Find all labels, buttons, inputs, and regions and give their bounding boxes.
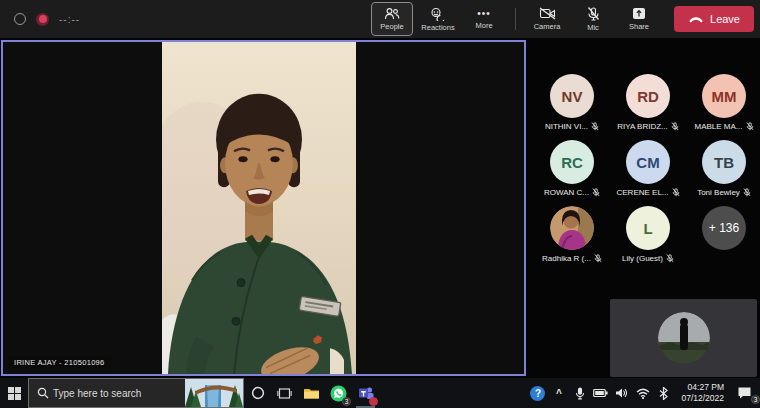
wifi-icon <box>636 388 650 399</box>
toolbar-divider <box>515 8 516 30</box>
speaker-video-image <box>162 42 356 374</box>
speaker-icon <box>615 387 628 399</box>
leave-label: Leave <box>710 13 740 25</box>
system-tray: ? ^ 04:27 PM 07/12/2022 3 <box>528 378 760 408</box>
action-center-button[interactable]: 3 <box>732 378 756 408</box>
camera-button[interactable]: Camera <box>526 2 568 36</box>
cortana-button[interactable] <box>244 378 271 408</box>
mic-button[interactable]: Mic <box>572 2 614 36</box>
more-icon: ••• <box>477 9 491 19</box>
bluetooth-icon <box>659 387 668 400</box>
search-input[interactable] <box>53 388 181 399</box>
network-button[interactable] <box>633 378 652 408</box>
muted-mic-icon <box>743 188 751 197</box>
participant-name: Toni Bewley <box>697 188 740 197</box>
participant-tile[interactable]: TB Toni Bewley <box>686 132 760 198</box>
bluetooth-button[interactable] <box>654 378 673 408</box>
self-avatar-photo <box>658 312 710 364</box>
avatar-initials: L <box>643 220 652 237</box>
notification-icon <box>737 386 752 400</box>
help-button[interactable]: ? <box>528 378 547 408</box>
participant-name: CERENE EL... <box>616 188 668 197</box>
overflow-count-avatar: + 136 <box>702 206 746 250</box>
more-button[interactable]: ••• More <box>463 2 505 36</box>
tray-mic-button[interactable] <box>570 378 589 408</box>
tray-date: 07/12/2022 <box>681 393 724 404</box>
windows-logo-icon <box>8 387 21 400</box>
taskbar-search[interactable] <box>28 378 244 408</box>
speaker-video <box>162 42 356 374</box>
avatar-initials: MM <box>712 88 737 105</box>
avatar: CM <box>626 140 670 184</box>
meeting-topbar: --:-- People Reactions ••• More Camera <box>0 0 760 38</box>
hangup-icon <box>688 13 704 25</box>
file-explorer-button[interactable] <box>298 378 325 408</box>
more-label: More <box>475 21 492 30</box>
avatar: RD <box>626 74 670 118</box>
avatar: NV <box>550 74 594 118</box>
participant-tile[interactable]: L Lily (Guest) <box>610 198 686 264</box>
main-speaker-tile[interactable]: IRINE AJAY - 210501096 <box>1 40 526 376</box>
folder-icon <box>303 386 320 400</box>
avatar: L <box>626 206 670 250</box>
battery-button[interactable] <box>591 378 610 408</box>
participant-tile[interactable]: Radhika R (... <box>534 198 610 264</box>
chevron-up-icon: ^ <box>556 388 562 399</box>
muted-mic-icon <box>594 254 602 263</box>
muted-mic-icon <box>746 122 754 131</box>
muted-mic-icon <box>672 188 680 197</box>
reactions-icon <box>430 7 446 21</box>
task-view-button[interactable] <box>271 378 298 408</box>
camera-off-icon <box>539 7 556 20</box>
muted-mic-icon <box>666 254 674 263</box>
reactions-button[interactable]: Reactions <box>417 2 459 36</box>
speaker-name-label: IRINE AJAY - 210501096 <box>8 356 111 369</box>
self-view-tile[interactable] <box>610 299 757 377</box>
muted-mic-icon <box>592 188 600 197</box>
windows-taskbar: 3 ? ^ 04:27 PM 07/12/2022 <box>0 378 760 408</box>
participants-grid: NV NITHIN VI... RD RIYA BRIDZ... MM MABL… <box>534 66 760 264</box>
meeting-status: --:-- <box>0 13 80 26</box>
task-view-icon <box>277 387 292 400</box>
participant-tile[interactable]: MM MABLE MA... <box>686 66 760 132</box>
reactions-label: Reactions <box>421 23 454 32</box>
notification-badge: 3 <box>751 395 760 404</box>
participant-tile[interactable]: CM CERENE EL... <box>610 132 686 198</box>
recording-icon <box>36 13 49 26</box>
participant-tile[interactable]: RD RIYA BRIDZ... <box>610 66 686 132</box>
camera-label: Camera <box>534 22 561 31</box>
leave-button[interactable]: Leave <box>674 6 754 32</box>
cortana-icon <box>251 386 265 400</box>
mic-label: Mic <box>587 23 599 32</box>
search-highlight-image[interactable] <box>185 379 243 407</box>
search-icon <box>37 387 49 399</box>
meeting-toolbar: People Reactions ••• More Camera Mic <box>371 2 760 36</box>
whatsapp-button[interactable]: 3 <box>325 378 352 408</box>
meeting-stage: IRINE AJAY - 210501096 NV NITHIN VI... R… <box>0 38 760 378</box>
hidden-icons-button[interactable]: ^ <box>549 378 568 408</box>
avatar-initials: RC <box>561 154 583 171</box>
share-button[interactable]: Share <box>618 2 660 36</box>
clock[interactable]: 04:27 PM 07/12/2022 <box>675 382 730 404</box>
teams-badge <box>369 397 378 406</box>
participant-name: NITHIN VI... <box>545 122 588 131</box>
avatar-initials: TB <box>714 154 734 171</box>
avatar-initials: RD <box>637 88 659 105</box>
avatar: TB <box>702 140 746 184</box>
meeting-timer: --:-- <box>59 14 80 25</box>
avatar-photo <box>550 206 594 250</box>
participant-tile[interactable]: NV NITHIN VI... <box>534 66 610 132</box>
participant-photo <box>550 206 594 250</box>
muted-mic-icon <box>671 122 679 131</box>
participant-name: Radhika R (... <box>542 254 591 263</box>
start-button[interactable] <box>0 378 28 408</box>
people-button[interactable]: People <box>371 2 413 36</box>
participant-name: MABLE MA... <box>694 122 742 131</box>
whatsapp-badge: 3 <box>342 397 351 406</box>
mic-off-icon <box>587 7 600 21</box>
volume-button[interactable] <box>612 378 631 408</box>
overflow-participants-tile[interactable]: + 136 <box>686 198 760 264</box>
teams-button[interactable] <box>352 378 379 408</box>
participant-tile[interactable]: RC ROWAN C... <box>534 132 610 198</box>
overflow-count: + 136 <box>709 221 739 235</box>
